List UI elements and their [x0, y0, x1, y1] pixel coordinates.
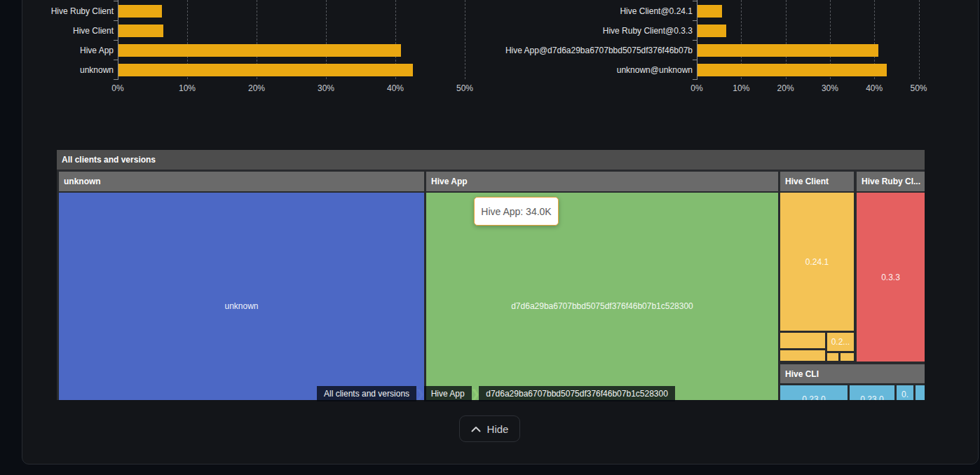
treemap-breadcrumb: All clients and versions❯Hive App❯d7d6a2…: [317, 386, 675, 401]
treemap-cell[interactable]: 0.23.0: [850, 385, 894, 400]
treemap-section-header[interactable]: unknown: [59, 172, 424, 191]
treemap-cell-label: 0.: [901, 390, 908, 399]
breadcrumb-arrow-icon: ❯: [471, 386, 480, 401]
clients-treemap[interactable]: All clients and versionsunknownunknownHi…: [57, 150, 925, 400]
usage-dashboard: 0%10%20%30%40%50%Hive Ruby ClientHive Cl…: [0, 0, 980, 475]
chevron-up-icon: [471, 426, 481, 432]
treemap-cell[interactable]: [827, 353, 838, 361]
treemap-cell[interactable]: 0.24.1: [780, 193, 854, 331]
bar-category-label: Hive Client@0.24.1: [458, 5, 693, 18]
x-axis-tick-label: 50%: [899, 83, 939, 93]
treemap-root-header[interactable]: All clients and versions: [57, 150, 925, 170]
chart-gridline: [919, 0, 920, 79]
bar[interactable]: [697, 64, 887, 76]
x-axis-tick-label: 40%: [855, 83, 894, 93]
breadcrumb-item[interactable]: Hive App: [424, 386, 472, 401]
x-axis-tick-label: 0%: [677, 83, 716, 93]
breadcrumb-item[interactable]: d7d6a29ba6707bbd5075df376f46b07b1c528300: [479, 386, 675, 401]
treemap-section-header[interactable]: Hive Client: [780, 172, 854, 191]
y-axis-tick: [693, 40, 697, 41]
treemap-cell[interactable]: 0.2...: [827, 333, 854, 351]
treemap-cell-label: 0.2...: [831, 337, 850, 347]
treemap-cell-label: 0.23.0: [860, 394, 883, 400]
versions-bar-chart: 0%10%20%30%40%50%Hive Client@0.24.1Hive …: [0, 0, 980, 98]
treemap-cell-label: 0.23.0: [802, 394, 825, 400]
treemap-cell-label: 0.24.1: [805, 257, 829, 267]
hide-button-label: Hide: [487, 423, 509, 435]
treemap-cell[interactable]: [916, 385, 925, 400]
treemap-cell[interactable]: [780, 350, 825, 361]
treemap-section-header[interactable]: Hive CLI: [780, 364, 925, 383]
hide-button[interactable]: Hide: [459, 415, 520, 442]
bar-category-label: Hive Ruby Client@0.3.3: [458, 25, 693, 37]
y-axis-tick: [693, 79, 697, 80]
treemap-cell[interactable]: [841, 353, 854, 361]
breadcrumb-item[interactable]: All clients and versions: [317, 386, 416, 401]
treemap-cell-label: d7d6a29ba6707bbd5075df376f46b07b1c528300: [511, 301, 693, 311]
treemap-section-header[interactable]: Hive Ruby Cl...: [857, 172, 925, 191]
x-axis-tick-label: 10%: [721, 83, 761, 93]
treemap-cell[interactable]: 0.3.3: [857, 193, 925, 362]
treemap-cell-label: 0.3.3: [881, 273, 900, 282]
bar[interactable]: [697, 44, 878, 57]
treemap-cell[interactable]: 0.23.0: [780, 385, 848, 400]
y-axis-tick: [693, 20, 697, 21]
treemap-tooltip: Hive App: 34.0K: [474, 197, 559, 226]
x-axis-tick-label: 30%: [810, 83, 850, 93]
bar-category-label: Hive App@d7d6a29ba6707bbd5075df376f46b07…: [458, 44, 693, 57]
bar[interactable]: [697, 25, 726, 37]
x-axis-tick-label: 20%: [766, 83, 805, 93]
treemap-cell[interactable]: 0.: [897, 385, 913, 400]
treemap-cell[interactable]: unknown: [59, 193, 424, 400]
treemap-cell-label: unknown: [224, 301, 258, 311]
breadcrumb-arrow-icon: ❯: [416, 386, 425, 401]
treemap-tooltip-text: Hive App: 34.0K: [481, 206, 551, 217]
bar[interactable]: [697, 5, 722, 18]
bar-category-label: unknown@unknown: [458, 64, 693, 76]
y-axis-tick: [693, 1, 697, 1]
treemap-section-header[interactable]: Hive App: [426, 172, 778, 191]
y-axis-tick: [693, 60, 697, 60]
treemap-cell[interactable]: [780, 333, 825, 348]
